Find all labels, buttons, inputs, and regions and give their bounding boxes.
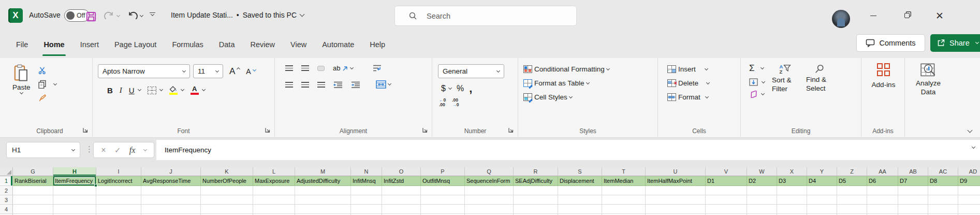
sort-filter-button[interactable]: AZ Sort & Filter: [772, 63, 799, 98]
cell-J3[interactable]: [141, 195, 201, 205]
column-header-AB[interactable]: AB: [898, 167, 928, 176]
share-button[interactable]: Share: [930, 34, 980, 52]
cell-Q3[interactable]: [465, 195, 514, 205]
cell-K3[interactable]: [201, 195, 253, 205]
copy-chevron-icon[interactable]: [53, 81, 56, 85]
column-header-P[interactable]: P: [421, 167, 465, 176]
cell-W3[interactable]: [747, 195, 777, 205]
cell-O3[interactable]: [382, 195, 421, 205]
cell-K4[interactable]: [201, 205, 253, 214]
cell-K1[interactable]: NumberOfPeople: [201, 176, 253, 186]
copy-button[interactable]: [38, 80, 56, 89]
column-header-W[interactable]: W: [747, 167, 777, 176]
cell-U3[interactable]: [646, 195, 706, 205]
cell-Y2[interactable]: [807, 186, 837, 195]
cell-R1[interactable]: SEAdjDifficulty: [514, 176, 558, 186]
tab-automate[interactable]: Automate: [314, 31, 362, 58]
save-button[interactable]: [86, 11, 96, 22]
cell-Y4[interactable]: [807, 205, 837, 214]
font-color-chevron-icon[interactable]: [202, 88, 206, 91]
cell-P3[interactable]: [421, 195, 465, 205]
column-header-M[interactable]: M: [295, 167, 351, 176]
document-title[interactable]: Item Update Stati...: [171, 11, 233, 19]
italic-button[interactable]: I: [120, 86, 122, 95]
tab-view[interactable]: View: [283, 31, 314, 58]
column-header-X[interactable]: X: [777, 167, 807, 176]
cell-AA1[interactable]: D6: [867, 176, 898, 186]
cell-Q4[interactable]: [465, 205, 514, 214]
cell-M2[interactable]: [295, 186, 351, 195]
cell-W1[interactable]: D2: [747, 176, 777, 186]
cell-W2[interactable]: [747, 186, 777, 195]
addins-button[interactable]: Add-ins: [867, 63, 900, 89]
cell-L4[interactable]: [253, 205, 295, 214]
cell-AB1[interactable]: D7: [898, 176, 928, 186]
cell-V4[interactable]: [706, 205, 747, 214]
cell-AB4[interactable]: [898, 205, 928, 214]
cell-L1[interactable]: MaxExposure: [253, 176, 295, 186]
insert-cells-button[interactable]: ← Insert: [667, 65, 736, 73]
cell-V3[interactable]: [706, 195, 747, 205]
orientation-button[interactable]: ab: [333, 64, 353, 72]
cell-Z3[interactable]: [837, 195, 867, 205]
bold-button[interactable]: B: [107, 86, 113, 95]
cell-AC3[interactable]: [928, 195, 958, 205]
cell-N3[interactable]: [351, 195, 382, 205]
cell-O1[interactable]: InfitZstd: [382, 176, 421, 186]
cell-G4[interactable]: [13, 205, 53, 214]
tab-formulas[interactable]: Formulas: [164, 31, 211, 58]
column-header-J[interactable]: J: [141, 167, 201, 176]
format-as-table-button[interactable]: Format as Table: [523, 79, 653, 87]
column-header-N[interactable]: N: [351, 167, 382, 176]
redo-button[interactable]: [104, 11, 120, 20]
cell-AC2[interactable]: [928, 186, 958, 195]
currency-format-button[interactable]: $: [441, 84, 446, 93]
cell-P1[interactable]: OutfitMnsq: [421, 176, 465, 186]
cell-X3[interactable]: [777, 195, 807, 205]
cell-L2[interactable]: [253, 186, 295, 195]
spreadsheet[interactable]: GHIJKLMNOPQRSTUVWXYZAAABACAD1RankBiseria…: [0, 167, 980, 215]
insert-function-button[interactable]: fx: [129, 146, 136, 155]
cell-AA4[interactable]: [867, 205, 898, 214]
column-header-L[interactable]: L: [253, 167, 295, 176]
excel-app-icon[interactable]: X: [8, 8, 23, 23]
cell-M4[interactable]: [295, 205, 351, 214]
comments-button[interactable]: Comments: [856, 34, 925, 52]
confirm-entry-button[interactable]: ✓: [114, 146, 121, 155]
cell-O4[interactable]: [382, 205, 421, 214]
align-bottom-button[interactable]: [317, 66, 325, 71]
cell-G2[interactable]: [13, 186, 53, 195]
name-box[interactable]: H1: [6, 142, 80, 158]
cell-T2[interactable]: [602, 186, 646, 195]
align-middle-button[interactable]: [301, 65, 309, 71]
undo-button[interactable]: [127, 11, 143, 20]
cell-G3[interactable]: [13, 195, 53, 205]
column-header-Q[interactable]: Q: [465, 167, 514, 176]
customize-quick-access-button[interactable]: [150, 12, 155, 16]
cut-button[interactable]: [38, 66, 56, 75]
cell-AC4[interactable]: [928, 205, 958, 214]
align-top-button[interactable]: [285, 65, 293, 71]
font-size-select[interactable]: 11: [193, 64, 223, 78]
cell-AB3[interactable]: [898, 195, 928, 205]
number-dialog-launcher[interactable]: [508, 127, 515, 134]
cell-M3[interactable]: [295, 195, 351, 205]
cell-R3[interactable]: [514, 195, 558, 205]
avatar[interactable]: [832, 10, 850, 28]
wrap-text-button[interactable]: [373, 64, 382, 72]
autosum-button[interactable]: Σ: [749, 63, 765, 74]
cell-H1[interactable]: ItemFrequency: [53, 176, 96, 186]
tab-review[interactable]: Review: [242, 31, 283, 58]
font-color-button[interactable]: A: [191, 85, 199, 95]
conditional-formatting-button[interactable]: Conditional Formatting: [523, 65, 653, 73]
cell-AC1[interactable]: D8: [928, 176, 958, 186]
insert-function-chevron-icon[interactable]: [143, 147, 147, 151]
cell-S1[interactable]: Displacement: [558, 176, 602, 186]
close-button[interactable]: ✕: [928, 7, 952, 24]
column-header-AD[interactable]: AD: [958, 167, 980, 176]
cell-H3[interactable]: [53, 195, 96, 205]
minimize-button[interactable]: [861, 7, 885, 24]
tab-data[interactable]: Data: [211, 31, 243, 58]
cell-U4[interactable]: [646, 205, 706, 214]
column-header-K[interactable]: K: [201, 167, 253, 176]
